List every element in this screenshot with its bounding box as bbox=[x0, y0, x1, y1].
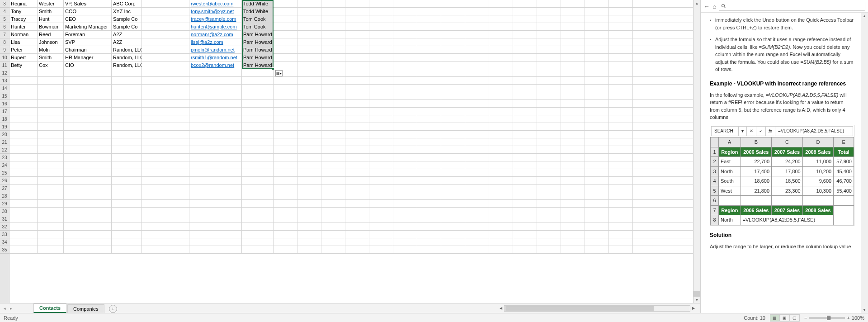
cell[interactable] bbox=[142, 169, 189, 176]
cell[interactable]: Pam Howard bbox=[242, 38, 274, 46]
cell[interactable] bbox=[513, 15, 537, 23]
cell[interactable] bbox=[537, 85, 561, 92]
cell[interactable] bbox=[561, 54, 585, 61]
cell[interactable] bbox=[585, 208, 609, 215]
cell[interactable] bbox=[585, 69, 609, 76]
cell[interactable] bbox=[393, 154, 417, 161]
cell[interactable] bbox=[537, 46, 561, 53]
cell[interactable] bbox=[369, 223, 393, 230]
cell[interactable] bbox=[609, 115, 633, 123]
cell[interactable] bbox=[513, 38, 537, 46]
cell[interactable] bbox=[142, 108, 189, 115]
cell[interactable] bbox=[465, 161, 489, 169]
cell[interactable] bbox=[297, 246, 321, 253]
cell[interactable] bbox=[465, 138, 489, 146]
cell[interactable] bbox=[417, 69, 441, 76]
cell[interactable] bbox=[513, 200, 537, 207]
cell[interactable] bbox=[345, 100, 369, 107]
cell[interactable] bbox=[537, 77, 561, 84]
cell[interactable]: Hunt bbox=[38, 15, 64, 23]
cell[interactable] bbox=[64, 77, 112, 84]
cell[interactable] bbox=[489, 131, 513, 138]
cell[interactable] bbox=[585, 8, 609, 15]
cell[interactable] bbox=[417, 92, 441, 99]
cell[interactable] bbox=[441, 0, 465, 7]
cell[interactable] bbox=[9, 200, 38, 207]
cell[interactable] bbox=[585, 215, 609, 223]
cell[interactable] bbox=[417, 108, 441, 115]
cell[interactable] bbox=[189, 77, 242, 84]
cell[interactable] bbox=[513, 223, 537, 230]
cell[interactable] bbox=[321, 92, 345, 99]
cell[interactable] bbox=[465, 185, 489, 192]
cell[interactable] bbox=[417, 169, 441, 176]
cell[interactable] bbox=[321, 131, 345, 138]
cell[interactable] bbox=[513, 215, 537, 223]
cell[interactable] bbox=[274, 15, 297, 23]
cell[interactable] bbox=[489, 200, 513, 207]
cell[interactable] bbox=[441, 200, 465, 207]
cell[interactable] bbox=[189, 123, 242, 130]
row-header[interactable]: 13 bbox=[0, 77, 9, 85]
cell[interactable] bbox=[489, 108, 513, 115]
cell[interactable] bbox=[609, 169, 633, 176]
cell[interactable] bbox=[112, 161, 142, 169]
cell[interactable] bbox=[274, 138, 297, 146]
row-header[interactable]: 19 bbox=[0, 123, 9, 131]
cell[interactable] bbox=[585, 123, 609, 130]
cell[interactable] bbox=[369, 54, 393, 61]
cell[interactable] bbox=[345, 54, 369, 61]
cell[interactable] bbox=[417, 62, 441, 69]
cell[interactable] bbox=[142, 62, 189, 69]
cell[interactable] bbox=[537, 123, 561, 130]
cell[interactable] bbox=[142, 46, 189, 53]
cell[interactable] bbox=[189, 223, 242, 230]
cell[interactable]: CEO bbox=[64, 15, 112, 23]
cell[interactable]: Smith bbox=[38, 8, 64, 15]
cell[interactable] bbox=[489, 138, 513, 146]
help-home-icon[interactable]: ⌂ bbox=[712, 3, 716, 10]
row-header[interactable]: 14 bbox=[0, 85, 9, 92]
horizontal-scrollbar[interactable]: ◀ ▶ bbox=[498, 305, 697, 312]
cell[interactable] bbox=[417, 100, 441, 107]
email-link[interactable]: hunter@sample.com bbox=[191, 24, 237, 29]
cell[interactable] bbox=[417, 46, 441, 53]
cell[interactable] bbox=[274, 62, 297, 69]
cell[interactable] bbox=[345, 223, 369, 230]
cell[interactable] bbox=[64, 108, 112, 115]
cell[interactable] bbox=[489, 54, 513, 61]
cell[interactable] bbox=[561, 138, 585, 146]
cell[interactable] bbox=[345, 146, 369, 153]
cell[interactable]: Moln bbox=[38, 46, 64, 53]
cell[interactable] bbox=[609, 131, 633, 138]
cell[interactable] bbox=[142, 131, 189, 138]
cell[interactable] bbox=[369, 138, 393, 146]
cell[interactable] bbox=[189, 138, 242, 146]
cell[interactable] bbox=[274, 115, 297, 123]
cell[interactable] bbox=[297, 69, 321, 76]
cell[interactable] bbox=[537, 246, 561, 253]
cell[interactable] bbox=[112, 185, 142, 192]
cell[interactable] bbox=[9, 92, 38, 99]
cell[interactable] bbox=[142, 177, 189, 184]
cell[interactable] bbox=[417, 138, 441, 146]
cell[interactable] bbox=[417, 154, 441, 161]
cell[interactable] bbox=[64, 123, 112, 130]
cell[interactable] bbox=[537, 23, 561, 30]
cell[interactable] bbox=[393, 108, 417, 115]
cell[interactable] bbox=[38, 215, 64, 223]
cell[interactable] bbox=[38, 92, 64, 99]
cell[interactable] bbox=[345, 115, 369, 123]
cell[interactable]: lisaj@a2z.com bbox=[189, 38, 242, 46]
cell[interactable] bbox=[345, 200, 369, 207]
cell[interactable] bbox=[9, 100, 38, 107]
cell[interactable] bbox=[38, 131, 64, 138]
cell[interactable] bbox=[585, 15, 609, 23]
cell[interactable] bbox=[297, 8, 321, 15]
cell[interactable] bbox=[537, 154, 561, 161]
cell[interactable] bbox=[345, 185, 369, 192]
cell[interactable] bbox=[465, 92, 489, 99]
cell[interactable] bbox=[585, 77, 609, 84]
cell[interactable] bbox=[9, 208, 38, 215]
cell[interactable] bbox=[242, 200, 274, 207]
